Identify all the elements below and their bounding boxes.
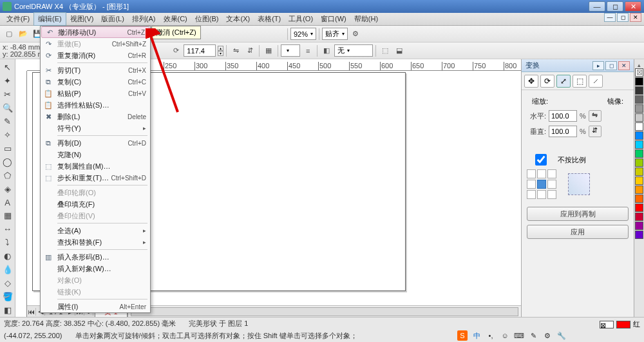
effects-tool[interactable]: ◐	[1, 250, 14, 262]
maximize-button[interactable]: ◻	[607, 1, 623, 12]
nonprop-checkbox[interactable]	[527, 154, 555, 166]
color-swatch[interactable]	[635, 131, 643, 140]
docker-float[interactable]: ◻	[605, 61, 617, 70]
color-swatch[interactable]	[635, 122, 643, 131]
menu-5[interactable]: 效果(C)	[160, 13, 191, 25]
menu-overprint-fill[interactable]: 叠印填充(F)	[41, 198, 150, 210]
menu-4[interactable]: 排列(A)	[128, 13, 160, 25]
color-swatch[interactable]	[635, 95, 643, 104]
interactive-fill-tool[interactable]: ◧	[1, 304, 14, 316]
tab-position[interactable]: ✥	[524, 75, 538, 88]
tab-size[interactable]: ⬚	[573, 75, 587, 88]
menu-1[interactable]: 编辑(E)	[33, 12, 66, 26]
color-swatch[interactable]	[635, 213, 643, 221]
menu-object[interactable]: 对象(O)	[41, 274, 150, 286]
snap-combo[interactable]: 贴齐▾	[322, 28, 348, 40]
polygon-tool[interactable]: ⬠	[1, 169, 14, 182]
color-swatch[interactable]	[635, 158, 643, 167]
menu-step-repeat[interactable]: ⬚步长和重复(T)…Ctrl+Shift+D	[41, 172, 150, 184]
h-scrollbar[interactable]	[131, 307, 518, 316]
mirror-h-button[interactable]: ⇋	[589, 110, 601, 122]
menu-properties[interactable]: 属性(I)Alt+Enter	[41, 301, 150, 312]
color-swatch[interactable]	[635, 77, 643, 86]
freehand-tool[interactable]: ✎	[1, 115, 14, 128]
anchor-grid[interactable]	[527, 169, 556, 199]
ime-s-icon[interactable]: S	[457, 330, 468, 341]
outline-width[interactable]: ▾	[281, 44, 300, 57]
smart-tool[interactable]: ✧	[1, 129, 14, 141]
menu-paste[interactable]: 📋粘贴(P)Ctrl+V	[41, 88, 150, 99]
menu-11[interactable]: 帮助(H)	[350, 13, 382, 25]
zoom-tool[interactable]: 🔍	[1, 102, 14, 114]
menu-symbol[interactable]: 符号(Y)▸	[41, 122, 150, 134]
menu-copy-props[interactable]: ⬚复制属性自(M)…	[41, 160, 150, 172]
menu-overprint-outline[interactable]: 叠印轮廓(O)	[41, 187, 150, 198]
doc-close[interactable]: ✕	[630, 13, 641, 22]
menu-paste-special[interactable]: 📋选择性粘贴(S)…	[41, 99, 150, 111]
fill-icon[interactable]: ◧	[320, 44, 333, 57]
menu-7[interactable]: 文本(X)	[222, 13, 254, 25]
menu-insert-object[interactable]: 插入新对象(W)…	[41, 263, 150, 274]
tab-rotate[interactable]: ⟳	[540, 75, 554, 88]
eyedropper-tool[interactable]: 💧	[1, 263, 14, 276]
open-icon[interactable]: 📂	[17, 28, 30, 41]
menu-repeat[interactable]: ⟳重复撤消(R)Ctrl+R	[41, 50, 150, 61]
outline-tool[interactable]: ◇	[1, 277, 14, 289]
color-swatch[interactable]	[635, 113, 643, 122]
mirror-h-icon[interactable]: ⇋	[229, 44, 242, 57]
new-icon[interactable]: ▢	[3, 28, 15, 41]
rotate-icon[interactable]: ⟳	[169, 44, 182, 57]
rect-tool[interactable]: ▭	[1, 142, 14, 155]
color-swatch[interactable]	[635, 204, 643, 212]
tab-skew[interactable]: ⟋	[589, 75, 603, 88]
color-swatch[interactable]	[635, 185, 643, 194]
color-swatch[interactable]	[635, 167, 643, 176]
connector-tool[interactable]: ⤵	[1, 236, 14, 249]
doc-min[interactable]: —	[604, 13, 616, 22]
menu-copy[interactable]: ⧉复制(C)Ctrl+C	[41, 76, 150, 88]
apply-duplicate-button[interactable]: 应用到再制	[527, 207, 629, 221]
menu-8[interactable]: 表格(T)	[254, 13, 285, 25]
menu-find-replace[interactable]: 查找和替换(F)▸	[41, 236, 150, 248]
fill-combo[interactable]: 无▾	[334, 44, 373, 57]
dimension-tool[interactable]: ↔	[1, 223, 14, 235]
angle-input[interactable]: 117.4	[184, 44, 216, 57]
close-button[interactable]: ✕	[625, 1, 641, 12]
docker-min[interactable]: ▸	[592, 61, 604, 70]
fill-indicator[interactable]: ⊠	[600, 321, 614, 328]
convert-icon[interactable]: ⬓	[393, 44, 406, 57]
basic-shapes-tool[interactable]: ◈	[1, 183, 14, 195]
menu-duplicate[interactable]: ⧉再制(D)Ctrl+D	[41, 137, 150, 149]
menu-redo[interactable]: ↷重做(E)Ctrl+Shift+Z	[41, 38, 150, 50]
menu-links[interactable]: 链接(K)	[41, 286, 150, 298]
menu-delete[interactable]: ✖删除(L)Delete	[41, 111, 150, 122]
menu-overprint-bitmap[interactable]: 叠印位图(V)	[41, 210, 150, 222]
tab-scale[interactable]: ⤢	[556, 75, 571, 88]
menu-10[interactable]: 窗口(W)	[317, 13, 350, 25]
vertical-ruler[interactable]	[15, 71, 27, 317]
menu-clone[interactable]: 克隆(N)	[41, 149, 150, 160]
pick-tool[interactable]: ↖	[1, 61, 14, 73]
h-input[interactable]	[549, 110, 577, 122]
docker-close[interactable]: ✕	[618, 61, 630, 70]
mirror-v-icon[interactable]: ⇵	[243, 44, 256, 57]
align-icon[interactable]: ▦	[262, 44, 275, 57]
menu-undo[interactable]: ↶撤消移动(U)Ctrl+Z	[41, 26, 149, 38]
menu-2[interactable]: 视图(V)	[66, 13, 98, 25]
page-first[interactable]: ⏮	[27, 308, 36, 316]
color-swatch[interactable]	[635, 86, 643, 95]
fill-tool[interactable]: 🪣	[1, 290, 14, 303]
color-swatch[interactable]	[635, 231, 643, 239]
no-color-swatch[interactable]: ⊠	[635, 68, 643, 77]
menu-6[interactable]: 位图(B)	[191, 13, 223, 25]
doc-max[interactable]: ◻	[617, 13, 629, 22]
apply-button[interactable]: 应用	[527, 225, 629, 239]
ellipse-tool[interactable]: ◯	[1, 156, 14, 168]
table-tool[interactable]: ▦	[1, 209, 14, 222]
menu-select-all[interactable]: 全选(A)▸	[41, 225, 150, 236]
color-swatch[interactable]	[635, 176, 643, 185]
text-tool[interactable]: A	[1, 196, 14, 209]
outline-indicator[interactable]	[616, 321, 630, 328]
minimize-button[interactable]: —	[589, 1, 605, 12]
menu-insert-barcode[interactable]: ▥插入条形码(B)…	[41, 251, 150, 263]
